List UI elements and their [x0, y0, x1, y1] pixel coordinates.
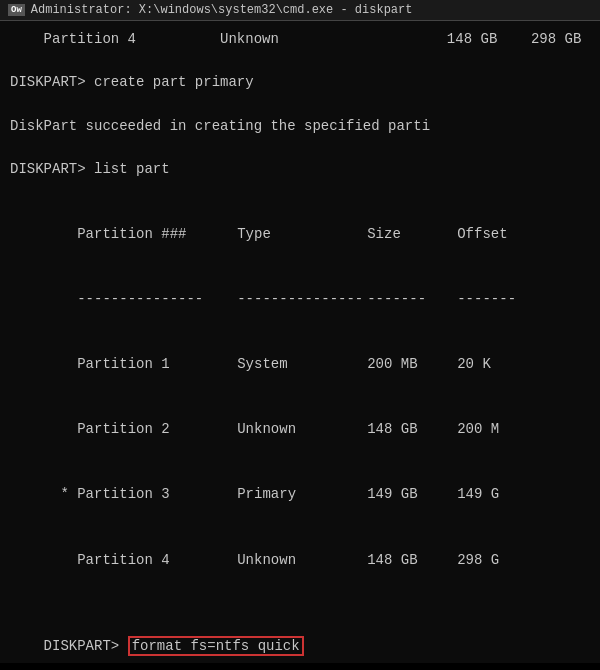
- terminal: Partition 4 Unknown 148 GB 298 GB DISKPA…: [0, 21, 600, 663]
- blank-3: [10, 137, 590, 159]
- cmd-listpart-line: DISKPART> list part: [10, 159, 590, 181]
- succeed-create-line: DiskPart succeeded in creating the speci…: [10, 116, 590, 138]
- part-table-sep: ----------------------------------------…: [10, 268, 590, 333]
- format-cmd-line: DISKPART> format fs=ntfs quick: [10, 615, 590, 663]
- title-bar: Ow Administrator: X:\windows\system32\cm…: [0, 0, 600, 21]
- format-command-box: format fs=ntfs quick: [128, 636, 304, 656]
- part-table-header: Partition ###TypeSizeOffset: [10, 203, 590, 268]
- title-icon: Ow: [8, 4, 25, 16]
- part-row-4: Partition 4Unknown148 GB298 G: [10, 528, 590, 593]
- part-row-2: Partition 2Unknown148 GB200 M: [10, 398, 590, 463]
- title-text: Administrator: X:\windows\system32\cmd.e…: [31, 3, 413, 17]
- cmd-create-part: DISKPART> create part primary: [10, 72, 590, 94]
- part-table: Partition ###TypeSizeOffset ------------…: [10, 203, 590, 593]
- blank-4: [10, 181, 590, 203]
- blank-1: [10, 51, 590, 73]
- part-row-3: * Partition 3Primary149 GB149 G: [10, 463, 590, 528]
- blank-5: [10, 593, 590, 615]
- format-prompt: DISKPART>: [44, 638, 128, 654]
- blank-2: [10, 94, 590, 116]
- partition4-line: Partition 4 Unknown 148 GB 298 GB: [10, 29, 590, 51]
- part-row-1: Partition 1System200 MB20 K: [10, 333, 590, 398]
